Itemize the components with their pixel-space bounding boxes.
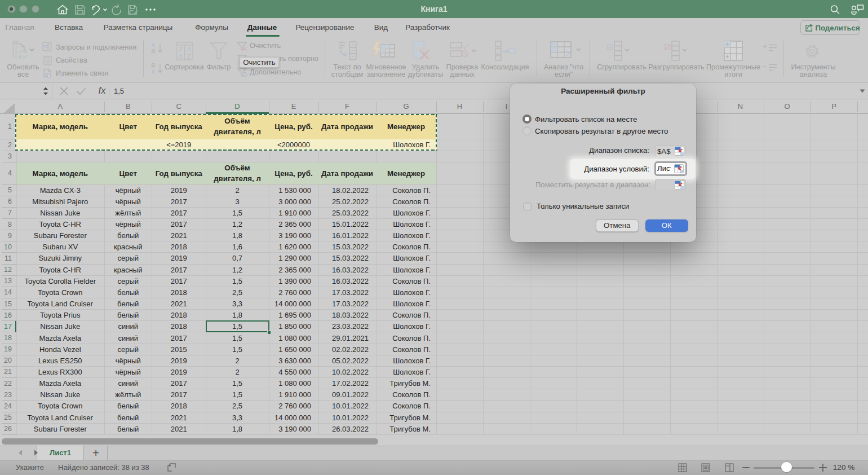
svg-text:A: A <box>179 53 183 60</box>
svg-text:Я: Я <box>151 49 155 55</box>
svg-text:Z: Z <box>179 46 183 52</box>
svg-text:?: ? <box>564 50 569 60</box>
svg-text:Z: Z <box>187 53 191 60</box>
svg-text:А: А <box>151 42 155 49</box>
svg-text:A: A <box>187 46 192 52</box>
